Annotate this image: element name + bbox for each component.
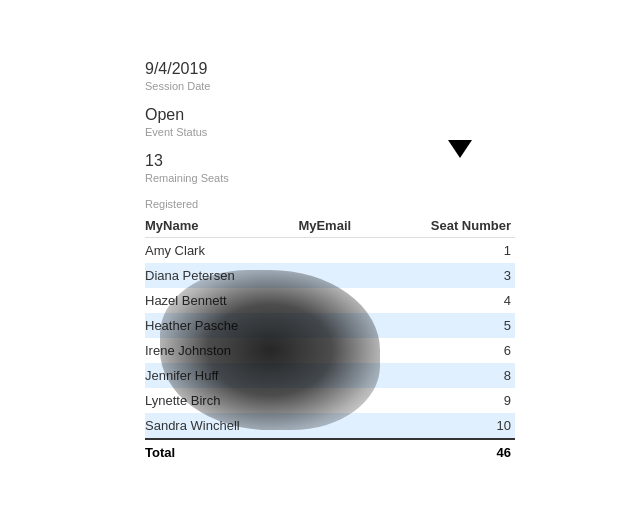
cell-name: Hazel Bennett xyxy=(145,288,298,313)
arrow-head xyxy=(448,140,472,158)
cell-email xyxy=(298,263,389,288)
session-date-value: 9/4/2019 xyxy=(145,60,632,78)
col-header-name: MyName xyxy=(145,214,298,238)
footer-total-empty xyxy=(298,439,389,465)
cell-seat: 1 xyxy=(389,238,515,264)
table-row: Hazel Bennett 4 xyxy=(145,288,515,313)
footer-total-seat: 46 xyxy=(389,439,515,465)
cell-seat: 10 xyxy=(389,413,515,439)
remaining-seats-label: Remaining Seats xyxy=(145,172,632,184)
cell-email xyxy=(298,338,389,363)
cell-name: Amy Clark xyxy=(145,238,298,264)
event-status-value: Open xyxy=(145,106,632,124)
cell-name: Diana Petersen xyxy=(145,263,298,288)
table-row: Jennifer Huff 8 xyxy=(145,363,515,388)
cell-seat: 8 xyxy=(389,363,515,388)
event-status-label: Event Status xyxy=(145,126,632,138)
col-header-seat: Seat Number xyxy=(389,214,515,238)
table-row: Heather Pasche 5 xyxy=(145,313,515,338)
cell-name: Sandra Winchell xyxy=(145,413,298,439)
table-body: Amy Clark 1 Diana Petersen 3 Hazel Benne… xyxy=(145,238,515,440)
main-content: 9/4/2019 Session Date Open Event Status … xyxy=(0,0,632,465)
cell-name: Irene Johnston xyxy=(145,338,298,363)
cell-email xyxy=(298,288,389,313)
cell-email xyxy=(298,313,389,338)
cell-name: Jennifer Huff xyxy=(145,363,298,388)
cell-name: Heather Pasche xyxy=(145,313,298,338)
col-header-email: MyEmail xyxy=(298,214,389,238)
table-header-row: MyName MyEmail Seat Number xyxy=(145,214,515,238)
remaining-seats-value: 13 xyxy=(145,152,632,170)
registrations-table: MyName MyEmail Seat Number Amy Clark 1 D… xyxy=(145,214,515,465)
cell-seat: 3 xyxy=(389,263,515,288)
footer-total-label: Total xyxy=(145,439,298,465)
registered-label: Registered xyxy=(145,198,632,210)
cell-name: Lynette Birch xyxy=(145,388,298,413)
table-row: Irene Johnston 6 xyxy=(145,338,515,363)
cell-seat: 5 xyxy=(389,313,515,338)
table-row: Sandra Winchell 10 xyxy=(145,413,515,439)
cell-email xyxy=(298,238,389,264)
cell-seat: 9 xyxy=(389,388,515,413)
cell-seat: 4 xyxy=(389,288,515,313)
cell-seat: 6 xyxy=(389,338,515,363)
table-row: Diana Petersen 3 xyxy=(145,263,515,288)
session-date-label: Session Date xyxy=(145,80,632,92)
cell-email xyxy=(298,363,389,388)
cell-email xyxy=(298,388,389,413)
table-row: Lynette Birch 9 xyxy=(145,388,515,413)
cell-email xyxy=(298,413,389,439)
table-row: Amy Clark 1 xyxy=(145,238,515,264)
table-footer-row: Total 46 xyxy=(145,439,515,465)
